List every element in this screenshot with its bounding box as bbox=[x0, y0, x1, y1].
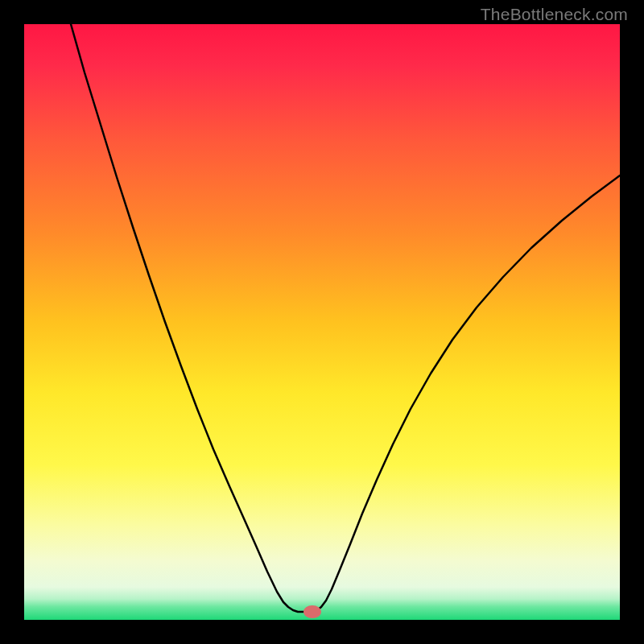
chart-plot-area bbox=[24, 24, 620, 620]
chart-background-gradient bbox=[24, 24, 620, 620]
watermark-text: TheBottleneck.com bbox=[481, 5, 628, 24]
bottleneck-chart bbox=[24, 24, 620, 620]
optimal-point-marker bbox=[303, 605, 321, 618]
